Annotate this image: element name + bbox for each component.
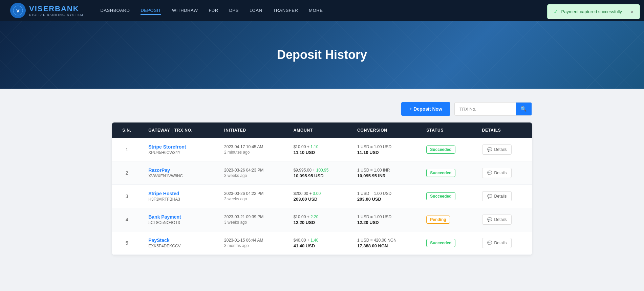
- nav-withdraw[interactable]: WITHDRAW: [172, 6, 198, 15]
- gateway-link[interactable]: Bank Payment: [148, 214, 211, 220]
- status-badge: Succeeded: [426, 192, 455, 200]
- amount-breakdown: $9,995.00 + 100.95: [294, 168, 344, 173]
- conversion-rate: 1 USD = 1.00 USD: [357, 215, 413, 219]
- cell-sn: 4: [112, 208, 142, 231]
- toolbar: + Deposit Now 🔍: [112, 102, 532, 116]
- gateway-link[interactable]: Stripe Storefront: [148, 144, 211, 150]
- amount-total: 11.10 USD: [294, 150, 344, 155]
- status-badge: Succeeded: [426, 146, 455, 154]
- cell-initiated: 2023-04-17 10:45 AM 2 minutes ago: [217, 138, 287, 161]
- conversion-rate: 1 USD = 420.00 NGN: [357, 238, 413, 243]
- cell-status: Succeeded: [420, 138, 475, 161]
- col-amount: AMOUNT: [287, 122, 350, 138]
- cell-sn: 5: [112, 231, 142, 255]
- cell-status: Pending: [420, 208, 475, 231]
- amount-breakdown: $200.00 + 3.00: [294, 191, 344, 196]
- search-icon: 🔍: [520, 106, 527, 112]
- details-icon: 💬: [487, 171, 492, 175]
- status-badge: Pending: [426, 216, 450, 224]
- cell-status: Succeeded: [420, 161, 475, 185]
- initiated-date: 2023-03-21 09:39 PM: [224, 215, 280, 219]
- col-initiated: INITIATED: [217, 122, 287, 138]
- initiated-ago: 3 weeks ago: [224, 220, 280, 225]
- cell-initiated: 2023-03-21 09:39 PM 3 weeks ago: [217, 208, 287, 231]
- brand-sub: DIGITAL BANKING SYSTEM: [29, 13, 84, 17]
- conversion-total: 10,095.95 INR: [357, 173, 413, 178]
- cell-sn: 2: [112, 161, 142, 185]
- svg-text:V: V: [16, 8, 20, 14]
- details-button[interactable]: 💬 Details: [482, 191, 512, 201]
- cell-details: 💬 Details: [475, 231, 532, 255]
- conversion-total: 203.00 USD: [357, 197, 413, 202]
- amount-charge: 1.10: [310, 144, 318, 149]
- amount-total: 41.40 USD: [294, 243, 344, 248]
- nav-deposit[interactable]: DEPOSIT: [141, 6, 161, 15]
- amount-breakdown: $10.00 + 2.20: [294, 215, 344, 219]
- amount-breakdown: $40.00 + 1.40: [294, 238, 344, 243]
- table-row: 3 Stripe Hosted H3F3MRTFBHA3 2023-03-26 …: [112, 185, 532, 208]
- brand-name: VISERBANK: [29, 4, 84, 13]
- nav-dps[interactable]: DPS: [229, 6, 239, 15]
- toast-notification: ✓ Payment captured successfully ×: [547, 4, 640, 19]
- nav-more[interactable]: MORE: [309, 6, 323, 15]
- cell-gateway: RazorPay XVWXEN1VW8NC: [142, 161, 217, 185]
- nav-dashboard[interactable]: DASHBOARD: [101, 6, 130, 15]
- amount-total: 12.20 USD: [294, 220, 344, 225]
- initiated-ago: 3 weeks ago: [224, 197, 280, 201]
- cell-initiated: 2023-01-15 06:44 AM 3 months ago: [217, 231, 287, 255]
- trx-number: H3F3MRTFBHA3: [148, 197, 211, 202]
- initiated-date: 2023-01-15 06:44 AM: [224, 238, 280, 243]
- hero-banner: Deposit History: [0, 21, 644, 89]
- cell-conversion: 1 USD = 1.00 USD 203.00 USD: [350, 185, 420, 208]
- cell-initiated: 2023-03-26 04:23 PM 3 weeks ago: [217, 161, 287, 185]
- cell-details: 💬 Details: [475, 161, 532, 185]
- cell-amount: $10.00 + 2.20 12.20 USD: [287, 208, 350, 231]
- table-header: S.N. GATEWAY | TRX NO. INITIATED AMOUNT …: [112, 122, 532, 138]
- initiated-date: 2023-03-26 04:22 PM: [224, 191, 280, 196]
- nav-loan[interactable]: LOAN: [250, 6, 262, 15]
- cell-conversion: 1 USD = 1.00 INR 10,095.95 INR: [350, 161, 420, 185]
- cell-gateway: Stripe Storefront XPU45H6CW34Y: [142, 138, 217, 161]
- amount-charge: 1.40: [310, 238, 318, 243]
- cell-gateway: Bank Payment 5CT8O5NO4OT3: [142, 208, 217, 231]
- gateway-link[interactable]: PayStack: [148, 238, 211, 243]
- brand: V VISERBANK DIGITAL BANKING SYSTEM: [10, 3, 84, 18]
- nav-fdr[interactable]: FDR: [209, 6, 218, 15]
- cell-amount: $9,995.00 + 100.95 10,095.95 USD: [287, 161, 350, 185]
- search-button[interactable]: 🔍: [516, 103, 532, 115]
- details-button[interactable]: 💬 Details: [482, 168, 512, 178]
- trx-number: 5CT8O5NO4OT3: [148, 220, 211, 225]
- amount-total: 10,095.95 USD: [294, 173, 344, 178]
- amount-breakdown: $10.00 + 1.10: [294, 144, 344, 149]
- deposit-now-button[interactable]: + Deposit Now: [401, 102, 450, 116]
- col-status: STATUS: [420, 122, 475, 138]
- cell-conversion: 1 USD = 1.00 USD 12.20 USD: [350, 208, 420, 231]
- conversion-rate: 1 USD = 1.00 INR: [357, 168, 413, 173]
- gateway-link[interactable]: Stripe Hosted: [148, 191, 211, 196]
- cell-conversion: 1 USD = 1.00 USD 11.10 USD: [350, 138, 420, 161]
- toast-close-button[interactable]: ×: [631, 9, 634, 15]
- conversion-rate: 1 USD = 1.00 USD: [357, 191, 413, 196]
- amount-charge: 2.20: [310, 215, 318, 219]
- nav-transfer[interactable]: TRANSFER: [273, 6, 298, 15]
- cell-gateway: PayStack EXK5P4DEKCCV: [142, 231, 217, 255]
- col-gateway: GATEWAY | TRX NO.: [142, 122, 217, 138]
- initiated-ago: 2 minutes ago: [224, 150, 280, 155]
- initiated-ago: 3 weeks ago: [224, 173, 280, 178]
- cell-details: 💬 Details: [475, 208, 532, 231]
- initiated-date: 2023-04-17 10:45 AM: [224, 144, 280, 149]
- conversion-total: 11.10 USD: [357, 150, 413, 155]
- details-button[interactable]: 💬 Details: [482, 238, 512, 248]
- details-button[interactable]: 💬 Details: [482, 144, 512, 155]
- gateway-link[interactable]: RazorPay: [148, 167, 211, 173]
- toast-message: Payment captured successfully: [561, 9, 622, 14]
- cell-details: 💬 Details: [475, 138, 532, 161]
- cell-status: Succeeded: [420, 231, 475, 255]
- cell-amount: $40.00 + 1.40 41.40 USD: [287, 231, 350, 255]
- deposit-table: S.N. GATEWAY | TRX NO. INITIATED AMOUNT …: [112, 122, 532, 255]
- conversion-rate: 1 USD = 1.00 USD: [357, 144, 413, 149]
- main-content: + Deposit Now 🔍 S.N. GATEWAY | TRX NO. I…: [85, 89, 559, 268]
- page-title: Deposit History: [277, 48, 367, 62]
- details-button[interactable]: 💬 Details: [482, 215, 512, 225]
- search-input[interactable]: [455, 103, 516, 115]
